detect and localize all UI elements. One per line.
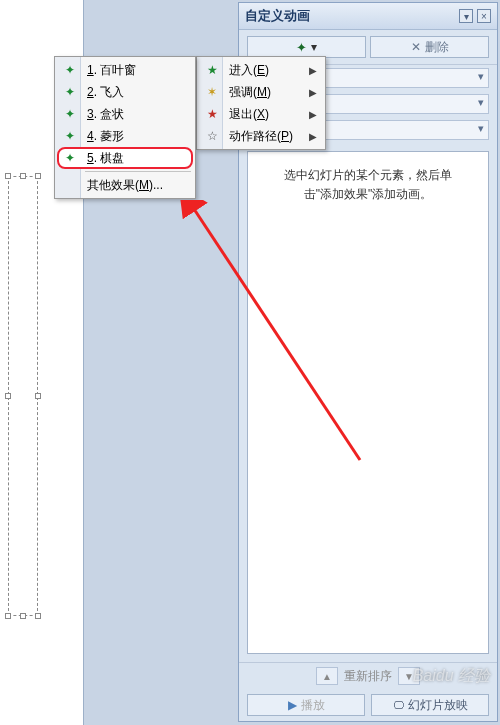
resize-handle[interactable] [20, 173, 26, 179]
resize-handle[interactable] [5, 393, 11, 399]
pane-dropdown-button[interactable]: ▾ [459, 9, 473, 23]
remove-label: 删除 [425, 39, 449, 56]
effect-item-box[interactable]: ✦ 3. 盒状 [57, 103, 193, 125]
pane-close-button[interactable]: × [477, 9, 491, 23]
resize-handle[interactable] [20, 613, 26, 619]
resize-handle[interactable] [35, 173, 41, 179]
play-button: ▶ 播放 [247, 694, 365, 716]
play-label: 播放 [301, 697, 325, 714]
star-icon: ✦ [62, 107, 78, 121]
remove-icon: ✕ [411, 40, 421, 54]
pane-header: 自定义动画 ▾ × [239, 3, 497, 30]
remove-effect-button: ✕ 删除 [370, 36, 489, 58]
star-icon: ✦ [62, 85, 78, 99]
move-up-button: ▲ [316, 667, 338, 685]
reorder-bar: ▲ 重新排序 ▼ [239, 662, 497, 689]
effect-item-blinds[interactable]: ✦ 1. 百叶窗 [57, 59, 193, 81]
effect-item-more[interactable]: 其他效果(M)... [57, 174, 193, 196]
move-down-button: ▼ [398, 667, 420, 685]
chevron-right-icon: ▶ [309, 131, 317, 142]
star-icon: ★ [204, 107, 220, 121]
star-icon: ✦ [62, 63, 78, 77]
effect-category-menu: ★ 进入(E) ▶ ✶ 强调(M) ▶ ★ 退出(X) ▶ ☆ 动作路径(P) … [196, 56, 326, 150]
slideshow-button[interactable]: 🖵 幻灯片放映 [371, 694, 489, 716]
reorder-label: 重新排序 [344, 668, 392, 685]
star-icon: ✦ [62, 129, 78, 143]
play-icon: ▶ [288, 698, 297, 712]
resize-handle[interactable] [35, 393, 41, 399]
chevron-right-icon: ▶ [309, 87, 317, 98]
resize-handle[interactable] [35, 613, 41, 619]
empty-hint-line: 击"添加效果"添加动画。 [258, 185, 478, 204]
chevron-right-icon: ▶ [309, 65, 317, 76]
star-icon: ✦ [62, 151, 78, 165]
star-icon: ★ [204, 63, 220, 77]
monitor-icon: 🖵 [393, 699, 404, 711]
effect-item-checkerboard[interactable]: ✦ 5. 棋盘 [57, 147, 193, 169]
selected-placeholder[interactable] [8, 176, 38, 616]
resize-handle[interactable] [5, 173, 11, 179]
menu-item-motionpath[interactable]: ☆ 动作路径(P) ▶ [199, 125, 323, 147]
star-icon: ☆ [204, 129, 220, 143]
add-effect-button[interactable]: ✦ ▾ [247, 36, 366, 58]
menu-item-entrance[interactable]: ★ 进入(E) ▶ [199, 59, 323, 81]
menu-separator [85, 171, 191, 172]
menu-item-exit[interactable]: ★ 退出(X) ▶ [199, 103, 323, 125]
effect-item-diamond[interactable]: ✦ 4. 菱形 [57, 125, 193, 147]
dropdown-arrow-icon: ▾ [311, 40, 317, 54]
entrance-effects-menu: ✦ 1. 百叶窗 ✦ 2. 飞入 ✦ 3. 盒状 ✦ 4. 菱形 ✦ 5. 棋盘… [54, 56, 196, 199]
effect-item-flyin[interactable]: ✦ 2. 飞入 [57, 81, 193, 103]
menu-item-emphasis[interactable]: ✶ 强调(M) ▶ [199, 81, 323, 103]
resize-handle[interactable] [5, 613, 11, 619]
star-icon: ✶ [204, 85, 220, 99]
empty-hint-line: 选中幻灯片的某个元素，然后单 [258, 166, 478, 185]
star-icon: ✦ [296, 40, 307, 55]
pane-title: 自定义动画 [245, 7, 310, 25]
slideshow-label: 幻灯片放映 [408, 697, 468, 714]
chevron-right-icon: ▶ [309, 109, 317, 120]
animation-list: 选中幻灯片的某个元素，然后单 击"添加效果"添加动画。 [247, 151, 489, 654]
